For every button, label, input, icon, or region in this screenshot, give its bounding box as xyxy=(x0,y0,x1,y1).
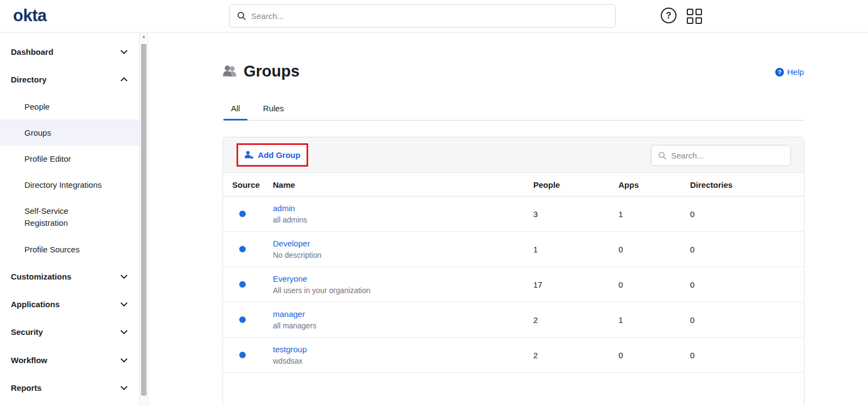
chevron-up-icon xyxy=(120,77,127,84)
group-apps-count: 0 xyxy=(615,280,687,289)
add-group-button[interactable]: Add Group xyxy=(238,145,307,165)
group-directories-count: 0 xyxy=(687,315,804,325)
sidebar-item-profile-sources[interactable]: Profile Sources xyxy=(0,236,139,262)
column-header-directories: Directories xyxy=(687,180,804,189)
sidebar-item-profile-editor[interactable]: Profile Editor xyxy=(0,145,139,172)
group-people-count: 2 xyxy=(530,315,615,325)
active-tab-indicator xyxy=(224,119,247,120)
chevron-down-icon xyxy=(120,356,127,363)
sidebar-item-directory-integrations[interactable]: Directory Integrations xyxy=(0,172,139,198)
sidebar-item-applications[interactable]: Applications xyxy=(0,291,139,317)
group-directories-count: 0 xyxy=(687,210,804,219)
table-header: Source Name People Apps Directories xyxy=(223,173,804,196)
group-description: No description xyxy=(273,251,530,259)
table-row: testgroup wdsdsax 2 0 0 xyxy=(223,338,804,373)
column-header-name: Name xyxy=(270,180,530,189)
add-person-icon xyxy=(244,150,254,160)
group-description: all admins xyxy=(273,215,530,224)
chevron-down-icon xyxy=(120,272,127,279)
table-row: Developer No description 1 0 0 xyxy=(223,232,804,267)
table-row: admin all admins 3 1 0 xyxy=(223,196,804,232)
table-toolbar: Add Group xyxy=(223,137,804,173)
page-help-link[interactable]: ? Help xyxy=(775,67,804,77)
okta-logo[interactable]: okta xyxy=(13,6,47,26)
column-header-source: Source xyxy=(232,180,270,189)
group-directories-count: 0 xyxy=(687,280,804,289)
group-description: All users in your organization xyxy=(273,286,530,295)
sidebar-item-security[interactable]: Security xyxy=(0,319,139,345)
group-apps-count: 0 xyxy=(615,351,687,360)
group-name-link[interactable]: manager xyxy=(273,309,530,319)
chevron-down-icon xyxy=(120,47,127,54)
group-description: wdsdsax xyxy=(273,357,530,365)
tab-divider xyxy=(224,120,805,120)
table-row: Everyone All users in your organization … xyxy=(223,267,804,302)
chevron-down-icon xyxy=(120,300,127,307)
global-search[interactable] xyxy=(229,4,616,28)
search-icon xyxy=(658,151,667,160)
help-badge-icon: ? xyxy=(775,68,784,77)
scrollbar-thumb[interactable] xyxy=(141,44,146,396)
group-directories-count: 0 xyxy=(687,351,804,360)
tab-rules[interactable]: Rules xyxy=(260,104,287,113)
sidebar-item-reports[interactable]: Reports xyxy=(0,375,139,401)
okta-source-icon xyxy=(239,316,246,323)
okta-admin-console: okta ? Dashboard Directory People Groups xyxy=(0,0,868,406)
group-people-count: 1 xyxy=(530,245,615,254)
search-icon xyxy=(237,11,246,21)
page-title-row: Groups xyxy=(222,62,299,80)
top-bar: okta ? xyxy=(0,0,868,33)
group-directories-count: 0 xyxy=(687,245,804,254)
chevron-down-icon xyxy=(120,383,127,390)
sidebar-item-groups[interactable]: Groups xyxy=(0,119,139,145)
column-header-people: People xyxy=(530,180,615,189)
group-apps-count: 1 xyxy=(615,210,687,219)
sidebar-scrollbar[interactable]: ▲ xyxy=(139,33,148,406)
sidebar-item-dashboard[interactable]: Dashboard xyxy=(0,39,139,65)
table-row: manager all managers 2 1 0 xyxy=(223,302,804,338)
main-content: Groups ? Help All Rules xyxy=(148,33,868,406)
sidebar-item-customizations[interactable]: Customizations xyxy=(0,263,139,289)
group-name-link[interactable]: Everyone xyxy=(273,274,530,283)
okta-source-icon xyxy=(239,352,246,358)
group-name-link[interactable]: admin xyxy=(273,204,530,213)
help-circle-icon[interactable]: ? xyxy=(661,8,676,23)
app-grid-icon[interactable] xyxy=(687,9,702,24)
sidebar-nav: Dashboard Directory People Groups Profil… xyxy=(0,33,139,406)
groups-table-panel: Add Group Source Name People Apps Direct… xyxy=(222,137,805,406)
table-search[interactable] xyxy=(651,145,791,166)
group-apps-count: 0 xyxy=(615,245,687,254)
tab-bar: All Rules xyxy=(224,104,805,121)
group-name-link[interactable]: Developer xyxy=(273,239,530,248)
sidebar-item-people[interactable]: People xyxy=(0,93,139,119)
sidebar-item-directory[interactable]: Directory xyxy=(0,66,139,92)
group-apps-count: 1 xyxy=(615,315,687,325)
scrollbar-up-arrow-icon[interactable]: ▲ xyxy=(140,34,148,39)
group-people-count: 3 xyxy=(530,210,615,219)
group-people-count: 17 xyxy=(530,280,615,289)
table-search-input[interactable] xyxy=(671,151,790,160)
okta-source-icon xyxy=(239,211,246,217)
group-people-count: 2 xyxy=(530,351,615,360)
tab-all[interactable]: All xyxy=(224,104,247,113)
annotation-highlight-box: Add Group xyxy=(237,143,308,167)
sidebar-item-workflow[interactable]: Workflow xyxy=(0,347,139,373)
okta-source-icon xyxy=(239,246,246,252)
group-name-link[interactable]: testgroup xyxy=(273,345,530,354)
chevron-down-icon xyxy=(120,327,127,334)
global-search-input[interactable] xyxy=(251,11,615,21)
okta-source-icon xyxy=(239,281,246,288)
column-header-apps: Apps xyxy=(615,180,687,189)
group-description: all managers xyxy=(273,321,530,330)
page-title: Groups xyxy=(244,62,299,80)
groups-icon xyxy=(222,65,238,79)
sidebar-item-self-service-registration[interactable]: Self-Service Registration xyxy=(0,198,139,237)
